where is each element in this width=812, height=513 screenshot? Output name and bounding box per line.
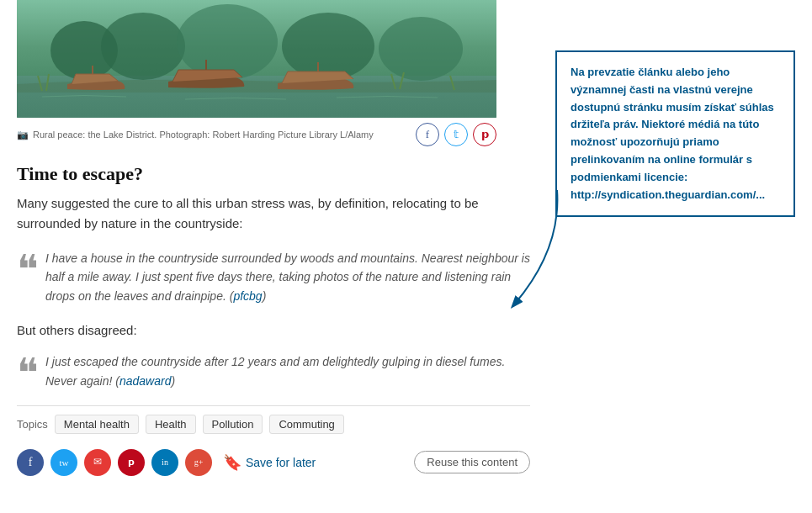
article-intro: Many suggested the cure to all this urba… [17, 193, 530, 234]
quote-mark-1: ❝ [17, 256, 39, 305]
svg-point-3 [101, 13, 185, 80]
svg-point-4 [177, 4, 278, 80]
pinterest-share-top[interactable]: 𝗽 [473, 123, 496, 146]
reuse-content-button[interactable]: Reuse this content [414, 451, 530, 473]
quote1-link[interactable]: pfcbg [233, 289, 262, 303]
linkedin-share-bottom[interactable]: in [151, 449, 178, 476]
sidebar-box: Na prevzatie článku alebo jeho významnej… [555, 50, 795, 217]
save-for-later[interactable]: 🔖 Save for later [223, 453, 316, 472]
disagree-text: But others disagreed: [17, 320, 530, 341]
twitter-share-top[interactable]: 𝕥 [444, 123, 468, 146]
quote1-text: I have a house in the countryside surrou… [45, 249, 530, 305]
svg-point-5 [282, 13, 374, 80]
sidebar: Na prevzatie článku alebo jeho významnej… [555, 0, 795, 476]
caption-text: 📷 Rural peace: the Lake District. Photog… [17, 130, 374, 140]
save-label: Save for later [246, 456, 316, 469]
bookmark-icon: 🔖 [223, 453, 241, 472]
bottom-actions: f tw ✉ 𝗽 in g+ 🔖 Save for later Reuse th… [17, 449, 530, 476]
article-image [17, 0, 496, 118]
topic-pollution[interactable]: Pollution [203, 415, 263, 434]
topics-label: Topics [17, 418, 48, 431]
facebook-share-top[interactable]: f [416, 123, 439, 146]
article-title: Time to escape? [17, 163, 530, 185]
quote2-block: ❝ I just escaped the countryside after 1… [17, 352, 530, 390]
camera-icon: 📷 [17, 130, 29, 140]
email-share-bottom[interactable]: ✉ [84, 449, 111, 476]
sidebar-text: Na prevzatie článku alebo jeho významnej… [571, 66, 774, 201]
topic-health[interactable]: Health [146, 415, 196, 434]
quote-mark-2: ❝ [17, 359, 39, 390]
image-caption-row: 📷 Rural peace: the Lake District. Photog… [17, 123, 496, 146]
facebook-share-bottom[interactable]: f [17, 449, 44, 476]
quote1-block: ❝ I have a house in the countryside surr… [17, 249, 530, 305]
social-icons-top: f 𝕥 𝗽 [416, 123, 496, 146]
quote2-link[interactable]: nadaward [119, 374, 172, 388]
twitter-share-bottom[interactable]: tw [50, 449, 77, 476]
pinterest-share-bottom[interactable]: 𝗽 [118, 449, 145, 476]
svg-point-6 [379, 17, 463, 81]
topics-row: Topics Mental health Health Pollution Co… [17, 405, 530, 434]
quote2-text: I just escaped the countryside after 12 … [45, 352, 530, 390]
googleplus-share-bottom[interactable]: g+ [185, 449, 212, 476]
topic-mental-health[interactable]: Mental health [55, 415, 139, 434]
topic-commuting[interactable]: Commuting [269, 415, 343, 434]
